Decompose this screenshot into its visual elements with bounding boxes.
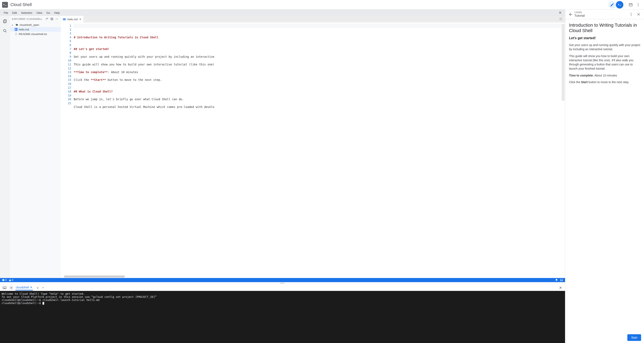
svg-point-10 (57, 19, 57, 19)
file-tab[interactable]: M↓ hello.md ✕ (61, 16, 84, 22)
status-warnings[interactable]: 0 (9, 278, 13, 282)
open-window-icon[interactable] (627, 1, 634, 8)
tutorial-paragraph: Time to complete: About 10 minutes (569, 73, 640, 78)
markdown-file-icon: M↓ (14, 28, 18, 31)
svg-rect-0 (629, 4, 632, 6)
status-errors[interactable]: 0 (2, 278, 7, 282)
chevron-right-icon: ▸ (12, 24, 14, 26)
menu-help[interactable]: Help (52, 10, 62, 15)
back-arrow-icon[interactable] (567, 11, 574, 18)
svg-point-9 (56, 19, 56, 19)
panel-more-icon[interactable] (627, 11, 635, 18)
explorer-panel: EXPLORER: CLOUDSHELL ▸ (10, 16, 61, 278)
pencil-icon[interactable] (608, 1, 616, 8)
svg-point-11 (58, 19, 58, 19)
gear-icon[interactable] (9, 285, 14, 290)
brand: Cloud Shell (2, 2, 32, 8)
tutorial-subtitle: Let's get started! (569, 36, 640, 40)
brand-title: Cloud Shell (10, 2, 32, 7)
code-content[interactable]: # Introduction to Writing Tutorials in C… (74, 22, 565, 275)
tutorial-panel: LEARN Tutorial Introduction to Writing T… (565, 10, 644, 343)
svg-rect-16 (559, 20, 560, 20)
tab-label: hello.md (67, 18, 78, 21)
menu-file[interactable]: File (2, 10, 10, 15)
files-icon[interactable] (2, 18, 8, 24)
outline-icon[interactable] (558, 16, 563, 22)
activity-bar (0, 16, 10, 278)
close-editor-icon[interactable]: ✕ (557, 10, 563, 16)
tree-file-selected[interactable]: M↓ hello.md (10, 27, 61, 32)
file-label: README-cloudshell.txt (19, 32, 47, 36)
svg-point-24 (631, 15, 631, 16)
menu-selection[interactable]: Selection (19, 10, 34, 15)
divider (625, 2, 625, 7)
tab-dropdown-icon[interactable]: ▾ (42, 286, 44, 289)
explorer-header: EXPLORER: CLOUDSHELL (10, 16, 61, 22)
menu-edit[interactable]: Edit (10, 10, 19, 15)
tutorial-header: LEARN Tutorial (565, 10, 644, 19)
tab-close-icon[interactable]: ✕ (79, 18, 82, 21)
svg-point-23 (631, 14, 631, 14)
svg-rect-15 (560, 19, 562, 20)
tutorial-body: Introduction to Writing Tutorials in Clo… (565, 19, 644, 332)
collapse-icon[interactable] (50, 17, 54, 21)
file-label: hello.md (19, 28, 29, 31)
terminal-tab[interactable]: cloudshell ✕ (16, 285, 33, 290)
layout-icon[interactable] (560, 278, 563, 282)
code-editor[interactable]: 123456789101112131415161718192021 # Intr… (61, 22, 565, 275)
close-terminal-icon[interactable]: ✕ (558, 286, 563, 290)
terminal-tab-close-icon[interactable]: ✕ (30, 286, 32, 289)
tutorial-paragraph: Click the Start button to move to the ne… (569, 80, 640, 84)
app-header: Cloud Shell (0, 0, 644, 10)
svg-rect-7 (51, 18, 52, 20)
explorer-title: EXPLORER: CLOUDSHELL (12, 18, 44, 20)
svg-point-21 (11, 287, 12, 288)
folder-label: cloudshell_open (20, 23, 39, 26)
svg-rect-14 (559, 19, 560, 20)
terminal-tab-label: cloudshell (16, 286, 29, 289)
svg-point-2 (638, 4, 638, 5)
tab-strip: M↓ hello.md ✕ (61, 16, 565, 22)
tutorial-eyebrow: LEARN (574, 11, 584, 14)
editor-area: M↓ hello.md ✕ 12345678910111213141516171… (61, 16, 565, 278)
svg-point-1 (638, 3, 638, 4)
editor-menubar: File Edit Selection View Go Help ✕ (0, 10, 565, 16)
tree-folder[interactable]: ▸ cloudshell_open (10, 22, 61, 27)
terminal-tabs: cloudshell ✕ ＋ ▾ ✕ (0, 284, 565, 291)
more-horiz-icon[interactable] (55, 17, 59, 21)
svg-point-3 (638, 6, 638, 6)
terminal-icon[interactable] (616, 1, 623, 8)
tutorial-paragraph: Get your users up and running quickly wi… (569, 43, 640, 52)
line-gutter: 123456789101112131415161718192021 (61, 22, 74, 275)
file-tree: ▸ cloudshell_open M↓ hello.md (10, 22, 61, 37)
horizontal-scrollbar[interactable] (61, 275, 565, 278)
text-file-icon (14, 32, 18, 36)
svg-rect-12 (559, 18, 560, 18)
tutorial-title: Introduction to Writing Tutorials in Clo… (569, 22, 640, 33)
keyboard-icon[interactable] (2, 285, 7, 290)
add-tab-icon[interactable]: ＋ (34, 285, 41, 290)
menu-go[interactable]: Go (44, 10, 52, 15)
terminal[interactable]: Welcome to Cloud Shell! Type "help" to g… (0, 291, 565, 343)
cloud-shell-logo-icon (2, 2, 8, 8)
tutorial-footer: Start (565, 332, 644, 343)
folder-icon (16, 23, 18, 26)
bell-icon[interactable] (555, 278, 558, 282)
svg-rect-17 (560, 20, 562, 20)
search-icon[interactable] (2, 28, 8, 34)
drag-handle[interactable]: ••• (0, 282, 565, 284)
more-vert-icon[interactable] (634, 1, 642, 8)
markdown-file-icon: M↓ (63, 18, 66, 20)
current-line-highlight (74, 24, 561, 28)
svg-point-6 (4, 30, 6, 32)
tutorial-header-title: Tutorial (574, 14, 584, 17)
svg-rect-13 (560, 18, 562, 18)
start-button[interactable]: Start (627, 334, 641, 341)
svg-rect-19 (560, 279, 563, 281)
svg-point-22 (631, 13, 631, 13)
svg-rect-8 (51, 18, 53, 20)
menu-view[interactable]: View (34, 10, 44, 15)
refresh-icon[interactable] (45, 17, 49, 21)
tree-file[interactable]: README-cloudshell.txt (10, 32, 61, 36)
panel-close-icon[interactable] (635, 11, 642, 18)
